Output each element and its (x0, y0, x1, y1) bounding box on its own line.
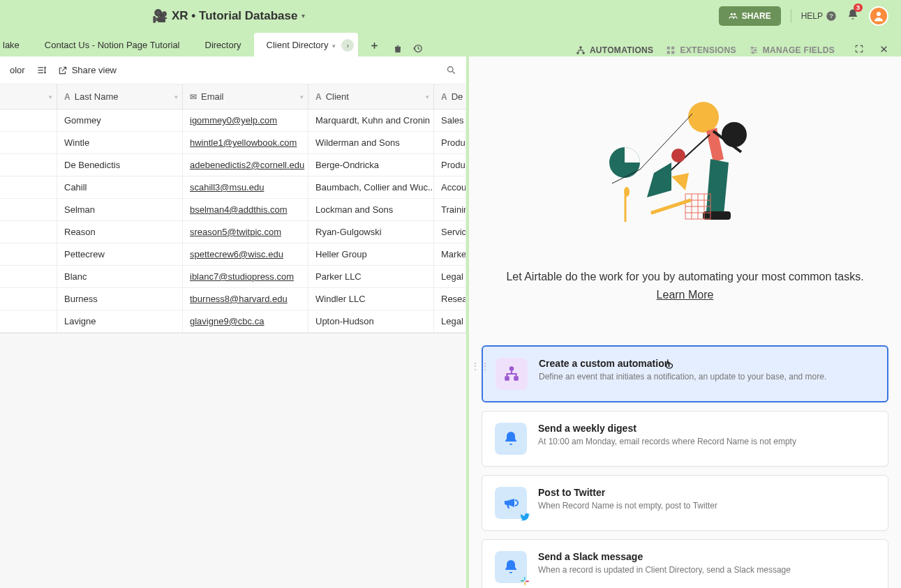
cell-lastname[interactable]: Wintle (57, 132, 183, 153)
cell-client[interactable]: Heller Group (308, 243, 434, 265)
cell-client[interactable]: Upton-Hudson (308, 310, 434, 332)
cell-dept[interactable]: Produ (434, 154, 466, 176)
automation-template-card[interactable]: Send a Slack messageWhen a record is upd… (482, 539, 888, 588)
cell-dept[interactable]: Sales (434, 110, 466, 131)
separator (791, 9, 791, 23)
cell-email[interactable]: tburness8@harvard.edu (183, 288, 308, 310)
cell-lastname[interactable]: Selman (57, 199, 183, 220)
cell-dept[interactable]: Marke (434, 243, 466, 265)
cell-email[interactable]: iblanc7@studiopress.com (183, 266, 308, 287)
table-tab[interactable]: Client Directory▾› (254, 33, 359, 56)
cell-client[interactable]: Parker LLC (308, 266, 434, 287)
table-row[interactable]: Wintlehwintle1@yellowbook.comWilderman a… (0, 132, 466, 154)
add-table-button[interactable] (364, 34, 385, 56)
extensions-tab[interactable]: EXTENSIONS (666, 45, 736, 55)
cell-dept[interactable]: Accou (434, 176, 466, 198)
cell-dept[interactable]: Legal (434, 310, 466, 332)
cell-lastname[interactable]: Reason (57, 221, 183, 243)
cell-lastname[interactable]: Gommey (57, 110, 183, 131)
user-avatar[interactable] (869, 6, 888, 26)
cell-client[interactable]: Wilderman and Sons (308, 132, 434, 153)
color-tool[interactable]: olor (10, 65, 25, 75)
chevron-down-icon[interactable]: ▾ (332, 43, 336, 50)
table-row[interactable]: Cahillscahill3@msu.eduBaumbach, Collier … (0, 176, 466, 199)
cell-client[interactable]: Windler LLC (308, 288, 434, 310)
column-header-lastname[interactable]: ALast Name▾ (57, 84, 183, 109)
cell-dept[interactable]: Produ (434, 132, 466, 153)
base-title-group[interactable]: 🎥 XR • Tutorial Database ▾ (152, 8, 305, 24)
trash-icon[interactable] (393, 44, 403, 56)
cell-email[interactable]: sreason5@twitpic.com (183, 221, 308, 243)
column-header-email[interactable]: ✉Email▾ (183, 84, 308, 109)
table-row[interactable]: Gommeyigommey0@yelp.comMarquardt, Kuhn a… (0, 110, 466, 132)
cell-lastname[interactable]: De Benedictis (57, 154, 183, 176)
column-label: Client (326, 91, 349, 102)
cell-email[interactable]: hwintle1@yellowbook.com (183, 132, 308, 153)
cell-client[interactable]: Marquardt, Kuhn and Cronin (308, 110, 434, 131)
notifications-button[interactable]: 3 (847, 8, 859, 24)
chevron-down-icon[interactable]: ▾ (301, 12, 305, 20)
table-row[interactable]: Blanciblanc7@studiopress.comParker LLCLe… (0, 266, 466, 288)
drag-handle-icon[interactable]: ⋮⋮ (470, 365, 490, 368)
cell-lastname[interactable]: Cahill (57, 176, 183, 198)
row-height-tool[interactable] (36, 65, 47, 75)
cell-client[interactable]: Baumbach, Collier and Wuc... (308, 176, 434, 198)
cell-client[interactable]: Ryan-Gulgowski (308, 221, 434, 243)
share-button[interactable]: SHARE (719, 6, 781, 26)
share-view-tool[interactable]: Share view (58, 65, 117, 75)
cell-email[interactable]: igommey0@yelp.com (183, 110, 308, 131)
row-handle[interactable] (0, 176, 57, 198)
close-icon[interactable] (879, 44, 888, 56)
cell-email[interactable]: bselman4@addthis.com (183, 199, 308, 220)
table-row[interactable]: Lavigneglavigne9@cbc.caUpton-HudsonLegal (0, 310, 466, 333)
svg-rect-36 (505, 376, 509, 381)
cell-dept[interactable]: Legal (434, 266, 466, 287)
search-button[interactable] (446, 65, 456, 75)
column-header-client[interactable]: AClient▾ (308, 84, 434, 109)
row-handle[interactable] (0, 154, 57, 176)
table-tab[interactable]: lake (0, 33, 32, 56)
table-row[interactable]: Pettecrewspettecrew6@wisc.eduHeller Grou… (0, 243, 466, 266)
chevron-right-icon[interactable]: › (341, 39, 354, 52)
automation-template-card[interactable]: Create a custom automationDefine an even… (482, 345, 888, 402)
cell-client[interactable]: Berge-Ondricka (308, 154, 434, 176)
svg-point-22 (671, 149, 685, 163)
learn-more-link[interactable]: Learn More (482, 287, 888, 303)
table-row[interactable]: Selmanbselman4@addthis.comLockman and So… (0, 199, 466, 221)
column-header-dept[interactable]: ADe (434, 84, 466, 109)
cell-dept[interactable]: Trainin (434, 199, 466, 220)
table-tab[interactable]: Contact Us - Notion Page Tutorial (32, 33, 193, 56)
cell-email[interactable]: spettecrew6@wisc.edu (183, 243, 308, 265)
row-handle[interactable] (0, 288, 57, 310)
row-handle[interactable] (0, 199, 57, 220)
row-handle[interactable] (0, 132, 57, 153)
row-handle[interactable] (0, 221, 57, 243)
row-handle[interactable] (0, 310, 57, 332)
help-button[interactable]: HELP ? (801, 10, 837, 22)
grid-empty-area[interactable] (0, 333, 466, 588)
cell-client[interactable]: Lockman and Sons (308, 199, 434, 220)
cell-email[interactable]: scahill3@msu.edu (183, 176, 308, 198)
row-handle[interactable] (0, 266, 57, 287)
table-row[interactable]: Reasonsreason5@twitpic.comRyan-Gulgowski… (0, 221, 466, 243)
cell-dept[interactable]: Resea (434, 288, 466, 310)
automations-tab[interactable]: AUTOMATIONS (576, 45, 654, 55)
table-tab[interactable]: Directory (193, 33, 254, 56)
cell-dept[interactable]: Servic (434, 221, 466, 243)
cell-lastname[interactable]: Burness (57, 288, 183, 310)
automation-template-card[interactable]: Post to TwitterWhen Record Name is not e… (482, 475, 888, 531)
table-row[interactable]: Burnesstburness8@harvard.eduWindler LLCR… (0, 288, 466, 310)
column-header-blank[interactable]: ▾ (0, 84, 57, 109)
row-handle[interactable] (0, 243, 57, 265)
cell-lastname[interactable]: Blanc (57, 266, 183, 287)
cell-email[interactable]: adebenedictis2@cornell.edu (183, 154, 308, 176)
automation-template-card[interactable]: Send a weekly digestAt 10:00 am Monday, … (482, 411, 888, 467)
cell-email[interactable]: glavigne9@cbc.ca (183, 310, 308, 332)
table-row[interactable]: De Benedictisadebenedictis2@cornell.eduB… (0, 154, 466, 176)
expand-icon[interactable] (854, 44, 864, 56)
cell-lastname[interactable]: Lavigne (57, 310, 183, 332)
row-handle[interactable] (0, 110, 57, 131)
cell-lastname[interactable]: Pettecrew (57, 243, 183, 265)
manage-fields-tab[interactable]: MANAGE FIELDS (749, 45, 835, 55)
history-icon[interactable] (412, 43, 423, 56)
